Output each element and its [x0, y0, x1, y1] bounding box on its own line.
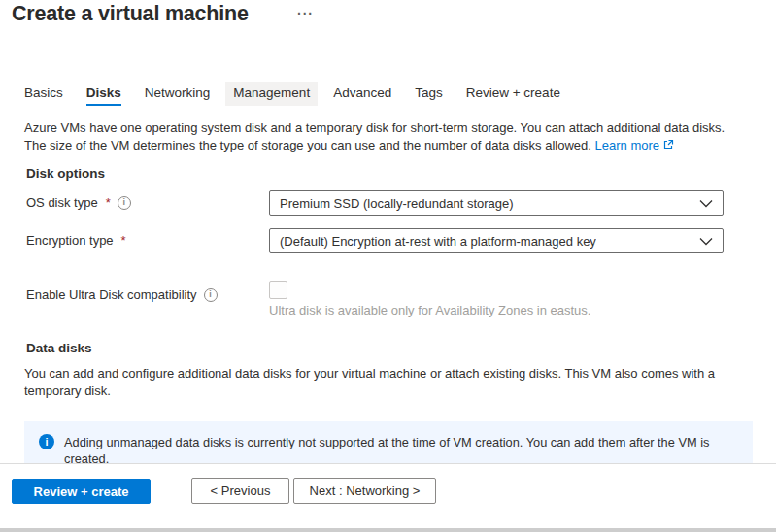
data-disks-description: You can add and configure additional dat…: [24, 365, 762, 399]
os-disk-type-dropdown[interactable]: Premium SSD (locally-redundant storage): [269, 190, 724, 216]
info-icon[interactable]: i: [204, 288, 218, 302]
ultra-disk-note: Ultra disk is available only for Availab…: [269, 303, 590, 317]
banner-line-1: Adding unmanaged data disks is currently…: [64, 435, 709, 449]
disk-options-heading: Disk options: [26, 166, 105, 181]
required-asterisk: *: [106, 195, 111, 210]
info-icon[interactable]: i: [118, 196, 131, 210]
data-disks-line-1: You can add and configure additional dat…: [24, 366, 715, 381]
tab-review-create[interactable]: Review + create: [458, 82, 568, 106]
learn-more-link[interactable]: Learn more: [595, 138, 674, 152]
create-vm-page: Create a virtual machine ··· Basics Disk…: [0, 0, 776, 532]
previous-button[interactable]: < Previous: [191, 478, 289, 504]
os-disk-type-label: OS disk type* i: [26, 195, 131, 210]
tab-disks[interactable]: Disks: [79, 82, 129, 106]
intro-text: Azure VMs have one operating system disk…: [24, 119, 772, 154]
intro-line-1: Azure VMs have one operating system disk…: [24, 120, 725, 135]
required-asterisk: *: [121, 233, 126, 248]
info-banner: i Adding unmanaged data disks is current…: [24, 421, 753, 464]
encryption-type-label: Encryption type*: [26, 233, 126, 248]
footer-bar: Review + create < Previous Next : Networ…: [0, 463, 776, 528]
encryption-type-value: (Default) Encryption at-rest with a plat…: [280, 234, 596, 249]
page-title: Create a virtual machine: [12, 2, 249, 26]
os-disk-type-value: Premium SSD (locally-redundant storage): [280, 196, 514, 211]
tab-basics[interactable]: Basics: [17, 82, 71, 106]
ultra-disk-label: Enable Ultra Disk compatibility i: [26, 287, 218, 302]
tab-tags[interactable]: Tags: [407, 82, 451, 106]
chevron-down-icon: [699, 196, 713, 211]
next-networking-button[interactable]: Next : Networking >: [293, 478, 436, 504]
external-link-icon: [662, 138, 674, 155]
info-banner-text: Adding unmanaged data disks is currently…: [64, 434, 709, 464]
encryption-type-dropdown[interactable]: (Default) Encryption at-rest with a plat…: [269, 228, 724, 253]
tab-advanced[interactable]: Advanced: [325, 82, 399, 106]
data-disks-heading: Data disks: [26, 341, 92, 355]
tab-bar: Basics Disks Networking Management Advan…: [17, 82, 568, 106]
data-disks-line-2: temporary disk.: [24, 383, 111, 398]
info-icon: i: [39, 434, 54, 449]
tab-networking[interactable]: Networking: [137, 82, 219, 106]
intro-line-2: The size of the VM determines the type o…: [24, 138, 591, 152]
horizontal-scrollbar[interactable]: [0, 528, 776, 532]
tab-management[interactable]: Management: [225, 82, 318, 106]
more-options-button[interactable]: ···: [297, 6, 314, 21]
ultra-disk-checkbox[interactable]: [269, 281, 287, 299]
chevron-down-icon: [699, 234, 713, 249]
review-create-button[interactable]: Review + create: [12, 479, 151, 504]
